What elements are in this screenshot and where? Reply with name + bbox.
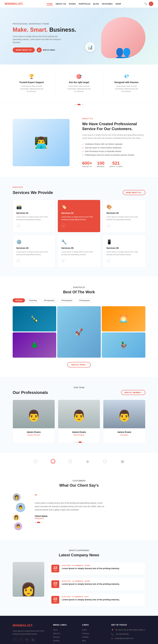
tab-photography-1[interactable]: Photography [41,298,57,302]
service-plus-3[interactable]: + [106,224,111,228]
t-dot-1[interactable] [35,522,36,523]
footer-link2-shop[interactable]: Shop [82,643,86,644]
testimonial-avatar-1[interactable]: 👩 [13,493,21,501]
service-name-5: Services 05 [61,247,97,249]
blog-tags-2: BLOG POST 10 Comments Share [62,580,142,582]
team-view-all-button[interactable]: VIEW ALL MEMBER › [121,390,145,395]
nav-features[interactable]: FEATURES [102,3,113,5]
team-section: OUR TEAM Our Professionals VIEW ALL MEMB… [0,377,158,452]
hero-image-circle: 👥 [101,17,145,58]
tab-all-work[interactable]: All Work [13,298,25,302]
footer-link2-blog[interactable]: Blog [82,640,86,642]
team-dot-4[interactable] [83,442,84,443]
nav-portfolio[interactable]: PORTFOLIO [79,3,91,5]
blog-article-content-3: BLOG POST 10 Comments Post Lorem Ipsum i… [62,596,142,602]
testimonial-avatar-4[interactable]: 👨 [14,522,22,530]
blog-article-title-2[interactable]: Lorem Ipsum is simply dummy text of the … [62,583,142,585]
stat-brands: 100 BRANDS [97,161,105,168]
feature-desc-3: Lorem ipsum dolor sit amet consectetur a… [114,85,139,93]
nav-pages[interactable]: PAGES [69,3,76,5]
view-all-wrap: VIEW ALL WORK › [13,362,145,368]
features-dot-2[interactable] [77,104,81,105]
services-more-button[interactable]: MORE ABOUT US › [123,190,145,195]
testimonial-avatar-3[interactable]: 👩 [13,514,20,521]
about-point-4: Pellentesque erat eros messa sit pharetr… [82,153,145,157]
partner-logo-6: ◉ [117,457,128,465]
service-plus-2[interactable]: + [61,224,65,228]
features-dot-1[interactable] [75,104,76,105]
view-all-work-button[interactable]: VIEW ALL WORK › [67,362,91,368]
service-icon-4: ⚙️ [16,239,52,244]
service-plus-4[interactable]: + [16,258,20,263]
service-plus-1[interactable]: + [16,224,20,228]
feature-desc-1: Lorem ipsum dolor sit amet consectetur a… [19,85,44,93]
footer-link2-contacts[interactable]: Contacts [82,632,89,634]
team-dot-2[interactable] [76,442,78,443]
footer-link-about[interactable]: About Us [53,632,60,634]
search-button[interactable]: 🔍 [144,2,147,5]
portfolio-item-4[interactable]: 🌲 [13,332,56,358]
portfolio-img-4: 🌲 [13,332,56,358]
footer-link-portfolio[interactable]: Portfolio [53,640,59,642]
service-card-1[interactable]: 📸 Services 01 Lorem ipsum is simply dumm… [13,200,55,232]
team-avatar-icon-3: 👨 [117,409,131,422]
blog-date-num-1: 22 [53,566,57,570]
more-about-button[interactable]: MORE ABOUT US [13,48,35,52]
footer-link-home[interactable]: Home [53,629,58,631]
service-card-5[interactable]: 🔧 Services 05 Lorem ipsum is simply dumm… [58,235,100,267]
nav-home[interactable]: HOME [47,3,53,6]
portfolio-item-2[interactable]: 🚀 [57,306,101,358]
watch-video-button[interactable]: ▶ WATCH VIDEO [37,48,55,52]
team-dot-3[interactable] [79,442,82,443]
tab-photography-2[interactable]: Photography [59,298,75,302]
social-linkedin[interactable]: in [25,638,29,642]
features-dot-3[interactable] [82,104,83,105]
email-icon: ✉ [111,638,113,640]
portfolio-tabs: All Work Branding Photography Photograph… [13,298,145,302]
team-card-3: 👨 James Evans Developer [103,400,145,443]
nav-blog[interactable]: BLOG [93,3,99,5]
footer-link-services[interactable]: Services [53,636,60,638]
brand-name: MINIMALIST [5,2,23,5]
team-info-1: James Evans Creative Director [13,428,55,438]
blog-date-3: 22 Jan [51,596,59,604]
hero-decoration-icon: 📊 [85,42,95,52]
social-facebook[interactable]: f [13,638,17,642]
footer-link2-home[interactable]: Home [82,629,87,631]
portfolio-item-1[interactable]: 🍾 [13,306,56,332]
testimonial-avatar-2[interactable]: 👨 [16,503,25,512]
social-twitter[interactable]: t [19,638,23,642]
social-instagram[interactable]: ig [31,638,35,642]
nav-shop[interactable]: SHOP [115,3,121,5]
nav-about[interactable]: ABOUT US [55,3,66,5]
footer-email-text: contact@minimalist.com [114,637,133,640]
tab-branding[interactable]: Branding [27,298,40,302]
portfolio-item-5[interactable]: 🦆 [102,332,145,358]
t-dot-3[interactable] [41,522,42,523]
cart-button[interactable]: 🛒 [149,2,153,6]
service-plus-6[interactable]: + [106,258,111,263]
blog-image-placeholder: 👩 [13,562,44,597]
tab-photography-3[interactable]: Photography [76,298,93,302]
team-dot-1[interactable] [74,442,75,443]
testimonial-avatars: 👩 👨 👩 👨 [13,493,25,530]
footer-link2-portfolio[interactable]: Portfolio [82,636,88,638]
feature-title-3: Designed with Passion [108,81,145,84]
footer-link-blog[interactable]: Blog [53,643,57,644]
team-role-3: Developer [106,434,143,436]
brand-logo[interactable]: MINIMALIST. [5,2,24,6]
services-header: Services We Provide MORE ABOUT US › [13,190,145,195]
feature-icon-2: 🎯 [60,74,98,79]
testimonials-title: What Our Client Say's [13,483,145,488]
service-card-3[interactable]: 🎨 Services 03 Lorem ipsum is simply dumm… [103,200,145,232]
service-card-4[interactable]: ⚙️ Services 04 Lorem ipsum is simply dum… [13,235,55,267]
service-card-2[interactable]: 🏷️ Services 02 Lorem ipsum is simply dum… [58,200,100,232]
service-card-6[interactable]: 📱 Services 06 Lorem ipsum is simply dumm… [103,235,145,267]
portfolio-item-3[interactable]: 🌅 [102,306,145,332]
blog-article-title-1[interactable]: Lorem Ipsum is simply dummy text of the … [62,567,142,570]
service-plus-5[interactable]: + [61,258,65,263]
blog-article-title-3[interactable]: Lorem Ipsum is simply dummy text of the … [62,598,142,601]
t-dot-2[interactable] [37,522,40,523]
portfolio-img-2: 🚀 [57,306,101,358]
blog-date-2: 22 Jan [51,580,59,588]
